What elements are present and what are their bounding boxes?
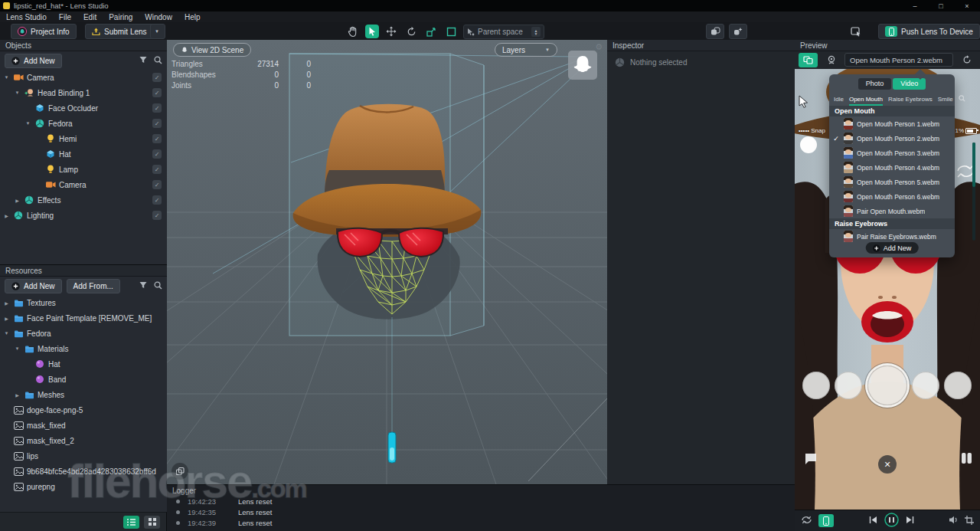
source-item-open-mouth-person-3-webm[interactable]: Open Mouth Person 3.webm <box>829 146 955 160</box>
filter-icon[interactable] <box>139 281 147 290</box>
tree-item-meshes[interactable]: ▶Meshes <box>0 387 167 402</box>
expand-arrow[interactable]: ▶ <box>14 392 21 398</box>
frame-tool-icon[interactable] <box>445 25 457 38</box>
tree-item-head-binding-1[interactable]: ▼Head Binding 1✓ <box>0 85 167 100</box>
layers-dropdown[interactable]: Layers ▼ <box>495 43 557 57</box>
tree-item-lips[interactable]: lips <box>0 448 167 464</box>
tree-item-mask-fixed-2[interactable]: mask_fixed_2 <box>0 433 167 448</box>
category-tab-raise-eyebrows[interactable]: Raise Eyebrows <box>888 93 933 106</box>
skip-forward-button[interactable] <box>906 516 914 526</box>
expand-arrow[interactable]: ▶ <box>3 316 10 321</box>
mode-tab-video[interactable]: Video <box>893 78 926 90</box>
view-2d-scene-button[interactable]: View 2D Scene <box>173 43 251 57</box>
source-item-open-mouth-person-4-webm[interactable]: Open Mouth Person 4.webm <box>829 160 955 175</box>
category-tab-smile[interactable]: Smile <box>938 93 953 106</box>
preview-scrollbar[interactable] <box>972 143 975 241</box>
lens-carousel-item[interactable] <box>944 372 972 399</box>
capture-button[interactable] <box>867 365 907 405</box>
minimize-button[interactable]: – <box>902 0 928 11</box>
chat-icon[interactable] <box>804 452 818 467</box>
visibility-toggle[interactable]: ✓ <box>152 73 162 82</box>
tree-item-hat[interactable]: Hat✓ <box>0 146 167 162</box>
menu-window[interactable]: Window <box>139 11 178 22</box>
menu-file[interactable]: File <box>53 11 77 22</box>
close-button[interactable]: × <box>954 0 980 11</box>
rotate-tool-icon[interactable] <box>405 25 417 38</box>
tree-item-lamp[interactable]: Lamp✓ <box>0 162 167 177</box>
expand-arrow[interactable]: ▼ <box>14 346 21 351</box>
tree-item-effects[interactable]: ▶Effects✓ <box>0 192 167 208</box>
skip-back-button[interactable] <box>869 516 877 526</box>
visibility-toggle[interactable]: ✓ <box>152 211 162 220</box>
tree-item-band[interactable]: Band <box>0 372 167 387</box>
menu-lens-studio[interactable]: Lens Studio <box>0 11 53 22</box>
tree-item-doge-face-png-5[interactable]: doge-face-png-5 <box>0 402 167 418</box>
move-tool-icon[interactable] <box>385 25 397 38</box>
menu-edit[interactable]: Edit <box>77 11 103 22</box>
instances-button[interactable] <box>729 24 747 39</box>
spinner-arrows-icon[interactable]: ▲▼ <box>531 27 541 37</box>
source-item-open-mouth-person-6-webm[interactable]: Open Mouth Person 6.webm <box>829 189 955 204</box>
push-lens-button[interactable]: Push Lens To Device <box>878 24 980 39</box>
expand-arrow[interactable]: ▼ <box>3 75 10 80</box>
list-view-button[interactable] <box>123 516 139 529</box>
memories-icon[interactable] <box>961 452 972 466</box>
preview-source-dropdown[interactable]: Open Mouth Person 2.webm <box>844 53 953 67</box>
reset-preview-button[interactable] <box>957 53 976 67</box>
camera-flip-button[interactable] <box>801 515 812 526</box>
marquee-select-icon[interactable] <box>850 25 862 38</box>
project-info-button[interactable]: Project Info <box>11 24 77 39</box>
select-tool-icon[interactable] <box>365 25 379 38</box>
maximize-button[interactable]: □ <box>928 0 954 11</box>
source-item-open-mouth-person-2-webm[interactable]: ✓Open Mouth Person 2.webm <box>829 131 955 146</box>
category-tab-idle[interactable]: Idle <box>834 93 844 106</box>
scale-tool-icon[interactable] <box>425 25 437 38</box>
submit-lens-dropdown[interactable]: ▼ <box>150 24 165 39</box>
category-tab-open-mouth[interactable]: Open Mouth <box>849 93 883 106</box>
tree-item-textures[interactable]: ▶Textures <box>0 295 167 310</box>
expand-arrow[interactable]: ▼ <box>3 331 10 336</box>
tree-item-purepng[interactable]: purepng <box>0 479 167 494</box>
resources-add-from-button[interactable]: Add From... <box>67 279 120 293</box>
tree-item-lighting[interactable]: ▶Lighting✓ <box>0 208 167 223</box>
resources-add-new-button[interactable]: Add New <box>5 279 62 293</box>
tree-item-hemi[interactable]: Hemi✓ <box>0 131 167 146</box>
tree-item-mask-fixed[interactable]: mask_fixed <box>0 418 167 433</box>
lens-carousel-item[interactable] <box>835 372 862 399</box>
menu-pairing[interactable]: Pairing <box>103 11 139 22</box>
tree-item-camera[interactable]: ▼Camera✓ <box>0 70 167 85</box>
search-icon[interactable] <box>154 281 162 291</box>
expand-arrow[interactable]: ▼ <box>14 90 21 95</box>
visibility-toggle[interactable]: ✓ <box>152 165 162 174</box>
tree-item-materials[interactable]: ▼Materials <box>0 341 167 356</box>
scene-viewport[interactable]: View 2D Scene Triangles273140Blendshapes… <box>167 40 607 484</box>
filter-icon[interactable] <box>139 56 147 65</box>
visibility-toggle[interactable]: ✓ <box>152 149 162 159</box>
objects-add-new-button[interactable]: Add New <box>5 54 62 68</box>
source-item-pair-open-mouth-webm[interactable]: Pair Open Mouth.webm <box>829 204 955 218</box>
search-icon[interactable] <box>154 56 162 66</box>
visibility-toggle[interactable]: ✓ <box>152 103 162 113</box>
visibility-toggle[interactable]: ✓ <box>152 88 162 97</box>
visibility-toggle[interactable]: ✓ <box>152 119 162 128</box>
tree-item-fedora[interactable]: ▼Fedora✓ <box>0 116 167 131</box>
viewport-capture-button[interactable] <box>172 463 188 480</box>
menu-help[interactable]: Help <box>178 11 207 22</box>
grid-view-button[interactable] <box>144 516 160 529</box>
tree-item-fedora[interactable]: ▼Fedora <box>0 326 167 341</box>
submit-lens-button[interactable]: Submit Lens <box>85 24 154 39</box>
fit-crop-icon[interactable] <box>965 516 974 526</box>
expand-arrow[interactable]: ▶ <box>3 300 10 306</box>
pair-screens-button[interactable] <box>799 53 818 67</box>
visibility-toggle[interactable]: ✓ <box>152 134 162 143</box>
duplicate-button[interactable] <box>706 24 724 39</box>
tree-item-camera[interactable]: Camera✓ <box>0 177 167 192</box>
tree-item-face-occluder[interactable]: Face Occluder✓ <box>0 100 167 116</box>
webcam-button[interactable] <box>822 53 841 67</box>
expand-arrow[interactable]: ▼ <box>24 121 31 126</box>
lens-carousel-item[interactable] <box>802 372 830 399</box>
parent-space-select[interactable]: Parent space ▲▼ <box>463 25 544 39</box>
popup-add-new-button[interactable]: Add New <box>866 242 919 254</box>
device-preview-button[interactable] <box>818 514 834 527</box>
pause-button[interactable] <box>884 513 899 529</box>
